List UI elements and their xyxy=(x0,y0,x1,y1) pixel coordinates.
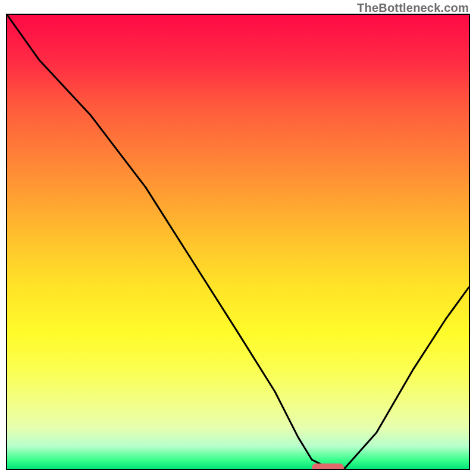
chart-frame xyxy=(6,14,470,470)
watermark-text: TheBottleneck.com xyxy=(357,1,469,15)
curve-svg xyxy=(7,15,469,469)
bottleneck-curve xyxy=(7,15,469,469)
optimal-marker xyxy=(312,464,344,470)
